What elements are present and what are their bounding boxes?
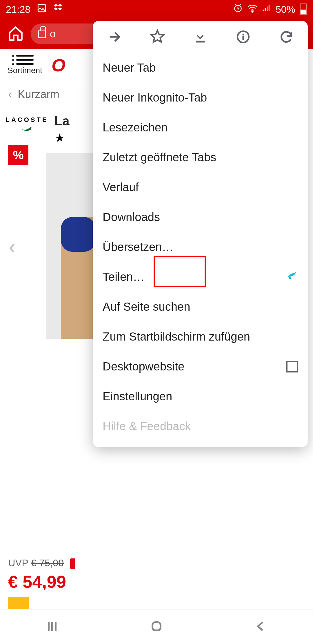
menu-history[interactable]: Verlauf xyxy=(93,172,308,202)
prev-image-button[interactable]: ‹ xyxy=(9,235,15,258)
brand-name: LACOSTE xyxy=(6,116,48,124)
share-app-icon xyxy=(286,270,298,284)
menu-translate[interactable]: Übersetzen… xyxy=(93,232,308,262)
sale-badge: % xyxy=(8,145,28,165)
svg-rect-4 xyxy=(265,8,266,11)
nav-back-button[interactable] xyxy=(254,619,268,634)
menu-desktop-site[interactable]: Desktopwebsite xyxy=(93,352,308,381)
wifi-icon xyxy=(247,3,258,16)
image-icon xyxy=(37,3,47,15)
sortiment-label: Sortiment xyxy=(8,66,42,75)
product-price: € 54,99 xyxy=(8,572,75,592)
menu-help-feedback[interactable]: Hilfe & Feedback xyxy=(93,411,308,441)
menu-new-incognito-tab[interactable]: Neuer Inkognito-Tab xyxy=(93,83,308,113)
url-text: o xyxy=(50,28,56,40)
chevron-left-icon: ‹ xyxy=(8,88,12,100)
sortiment-button[interactable]: Sortiment xyxy=(8,55,42,75)
reload-button[interactable] xyxy=(278,28,295,46)
download-button[interactable] xyxy=(192,28,209,46)
forward-button[interactable] xyxy=(105,28,123,46)
home-button[interactable] xyxy=(8,25,24,43)
menu-add-to-homescreen[interactable]: Zum Startbildschirm zufügen xyxy=(93,322,308,352)
uvp-label: UVP xyxy=(8,557,28,568)
svg-rect-7 xyxy=(196,41,205,43)
hamburger-icon xyxy=(16,55,34,65)
svg-rect-3 xyxy=(263,10,264,11)
uvp-price: € 75,00 xyxy=(31,557,64,568)
star-rating[interactable]: ★ xyxy=(54,131,69,144)
menu-find-in-page[interactable]: Auf Seite suchen xyxy=(93,292,308,322)
status-bar: 21:28 50% xyxy=(0,0,313,19)
menu-icon-row xyxy=(93,21,308,53)
signal-icon xyxy=(262,3,271,15)
menu-downloads[interactable]: Downloads xyxy=(93,202,308,232)
battery-percent: 50% xyxy=(276,4,295,15)
svg-rect-0 xyxy=(38,4,46,12)
dropbox-icon xyxy=(53,3,63,16)
menu-settings[interactable]: Einstellungen xyxy=(93,381,308,411)
brand-logo[interactable]: LACOSTE xyxy=(8,114,46,144)
breadcrumb-label: Kurzarm xyxy=(18,88,59,100)
battery-icon xyxy=(300,3,307,15)
discount-pill xyxy=(70,558,75,569)
menu-bookmarks[interactable]: Lesezeichen xyxy=(93,113,308,142)
product-title: La xyxy=(54,114,69,128)
nav-home-button[interactable] xyxy=(150,619,163,634)
status-time: 21:28 xyxy=(6,4,30,15)
pricing-block: UVP € 75,00 € 54,99 xyxy=(8,557,75,592)
menu-new-tab[interactable]: Neuer Tab xyxy=(93,53,308,83)
android-nav-bar xyxy=(0,609,313,644)
otto-logo[interactable]: O xyxy=(52,55,65,75)
page-info-button[interactable] xyxy=(234,28,252,46)
desktop-site-checkbox[interactable] xyxy=(286,361,298,372)
svg-rect-6 xyxy=(269,5,270,11)
lock-icon xyxy=(38,30,46,38)
svg-rect-5 xyxy=(267,7,268,11)
menu-recent-tabs[interactable]: Zuletzt geöffnete Tabs xyxy=(93,142,308,172)
nav-recent-button[interactable] xyxy=(45,619,59,634)
browser-overflow-menu: Neuer Tab Neuer Inkognito-Tab Lesezeiche… xyxy=(93,21,308,447)
menu-share[interactable]: Teilen… xyxy=(93,262,308,292)
bookmark-star-button[interactable] xyxy=(149,28,166,46)
svg-point-2 xyxy=(252,11,253,12)
svg-rect-9 xyxy=(152,622,161,630)
payment-badge xyxy=(8,597,29,609)
alarm-icon xyxy=(233,3,243,15)
